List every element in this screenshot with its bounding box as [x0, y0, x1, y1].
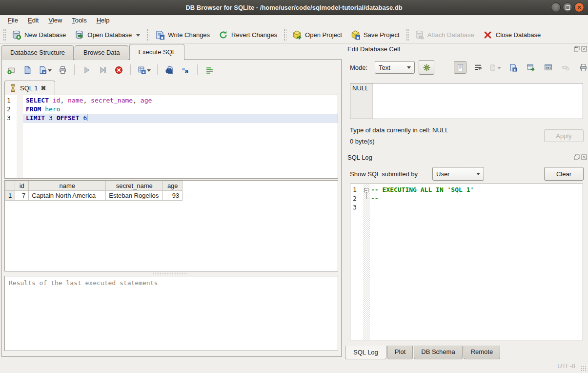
column-header-id[interactable]: id: [15, 181, 29, 191]
menu-tools[interactable]: Tools: [67, 15, 91, 25]
auto-apply-button[interactable]: [419, 60, 434, 75]
tab-browse-data[interactable]: Browse Data: [75, 45, 128, 60]
dock-tab-plot[interactable]: Plot: [387, 346, 413, 359]
save-sql-file-button[interactable]: [38, 64, 52, 75]
align-lines-icon: [205, 66, 214, 74]
close-database-button[interactable]: Close Database: [479, 28, 546, 42]
menu-view[interactable]: View: [43, 15, 67, 25]
word-wrap-button[interactable]: a a: [180, 64, 191, 75]
close-database-icon: [483, 30, 492, 40]
line-number: 1: [5, 97, 17, 105]
sql-document-tab[interactable]: SQL 1 ✖: [4, 81, 55, 95]
new-tab-icon: [7, 66, 16, 74]
find-replace-button[interactable]: [164, 64, 175, 75]
open-sql-file-button[interactable]: [22, 64, 33, 75]
fold-margin-cell: [17, 97, 23, 105]
editor-line[interactable]: 2FROM hero: [5, 105, 338, 114]
close-panel-icon[interactable]: [581, 46, 587, 52]
export-data-button[interactable]: [507, 61, 519, 74]
log-line[interactable]: 1−-- EXECUTING ALL IN 'SQL 1': [350, 186, 583, 195]
dock-tab-remote[interactable]: Remote: [464, 346, 501, 359]
row-header[interactable]: 1: [5, 191, 15, 201]
save-project-button[interactable]: Save Project: [346, 28, 404, 42]
minimize-button[interactable]: –: [551, 2, 561, 12]
toolbar-grip[interactable]: [2, 28, 6, 41]
titlebar: DB Browser for SQLite - /home/user/code/…: [0, 0, 588, 15]
close-panel-icon[interactable]: [581, 154, 587, 160]
word-wrap-icon: [474, 63, 482, 72]
new-database-label: New Database: [24, 31, 66, 39]
cell-content-editor[interactable]: NULL: [350, 83, 583, 119]
cell-age[interactable]: 93: [163, 191, 182, 201]
sql-log-panel-controls: [574, 154, 587, 160]
chevron-down-icon: [476, 173, 480, 177]
table-row[interactable]: 1 7 Captain North America Esteban Rogeli…: [5, 191, 182, 201]
fold-collapse-icon[interactable]: −: [364, 188, 368, 192]
new-database-button[interactable]: New Database: [7, 28, 70, 42]
close-tab-icon[interactable]: ✖: [41, 84, 46, 92]
sql-log-viewer[interactable]: 1−-- EXECUTING ALL IN 'SQL 1'2--3: [350, 184, 583, 340]
write-changes-button[interactable]: Write Changes: [151, 28, 214, 42]
log-line[interactable]: 3: [350, 204, 583, 212]
open-database-dropdown-icon[interactable]: [136, 34, 140, 39]
open-project-button[interactable]: Open Project: [288, 28, 346, 42]
toolbar-grip[interactable]: [406, 28, 409, 41]
cell-secret-name[interactable]: Esteban Rogelios: [106, 191, 163, 201]
open-database-button[interactable]: Open Database: [70, 28, 144, 42]
results-grid[interactable]: id name secret_name age 1 7 Captain Nort…: [4, 180, 338, 271]
column-header-name[interactable]: name: [29, 181, 106, 191]
save-file-dropdown-icon[interactable]: [48, 69, 52, 74]
format-sql-button[interactable]: [204, 64, 215, 75]
open-sql-tab-button[interactable]: [6, 64, 17, 75]
toolbar-grip[interactable]: [283, 28, 286, 41]
tab-execute-sql[interactable]: Execute SQL: [129, 44, 184, 60]
float-panel-icon[interactable]: [574, 46, 580, 52]
mode-label: Mode:: [350, 64, 367, 71]
execution-message-area[interactable]: Results of the last executed statements: [4, 276, 338, 351]
revert-changes-label: Revert Changes: [231, 31, 277, 39]
link-icon: [544, 63, 552, 72]
print-sql-button[interactable]: [57, 64, 68, 75]
submitted-by-select[interactable]: User: [432, 167, 484, 181]
dock-tab-db-schema[interactable]: DB Schema: [414, 346, 462, 359]
dock-tab-sql-log[interactable]: SQL Log: [345, 346, 386, 359]
export-dropdown-icon[interactable]: [147, 69, 151, 74]
attach-database-label: Attach Database: [427, 31, 474, 39]
mode-select[interactable]: Text: [375, 61, 415, 74]
menu-file[interactable]: File: [3, 15, 23, 25]
editor-line[interactable]: 1SELECT id, name, secret_name, age: [5, 97, 338, 105]
corner-header[interactable]: [5, 181, 15, 191]
float-panel-icon[interactable]: [574, 154, 580, 160]
link-button[interactable]: [542, 61, 554, 74]
clear-log-button[interactable]: Clear: [544, 167, 584, 181]
print-cell-button[interactable]: [577, 61, 588, 74]
tab-database-structure[interactable]: Database Structure: [1, 45, 74, 60]
menu-edit[interactable]: Edit: [23, 15, 43, 25]
column-header-secret-name[interactable]: secret_name: [106, 181, 163, 191]
log-line[interactable]: 2--: [350, 195, 583, 204]
export-results-button[interactable]: [137, 64, 151, 75]
sql-log-panel-title: SQL Log: [347, 154, 372, 161]
toolbar-grip[interactable]: [146, 28, 149, 41]
revert-changes-button[interactable]: Revert Changes: [214, 28, 282, 42]
maximize-button[interactable]: [563, 2, 572, 12]
printer-icon: [579, 63, 588, 72]
column-header-age[interactable]: age: [163, 181, 182, 191]
resize-grip[interactable]: [581, 366, 587, 372]
open-in-external-button[interactable]: [524, 61, 537, 74]
cell-name[interactable]: Captain North America: [29, 191, 106, 201]
close-button[interactable]: ✕: [574, 2, 584, 12]
set-null-button: [559, 61, 572, 74]
editor-line[interactable]: 3LIMIT 3 OFFSET 6: [5, 114, 338, 123]
main-toolbar: New Database Open Database Write Changes…: [0, 26, 588, 44]
sql-editor[interactable]: 1SELECT id, name, secret_name, age2FROM …: [4, 95, 338, 179]
word-wrap-button[interactable]: [471, 61, 484, 74]
encoding-indicator[interactable]: UTF-8: [557, 362, 575, 370]
stop-button[interactable]: [113, 64, 124, 75]
cell-id[interactable]: 7: [15, 191, 29, 201]
log-text: -- EXECUTING ALL IN 'SQL 1': [370, 186, 583, 195]
menu-help[interactable]: Help: [92, 15, 115, 25]
splitter-handle[interactable]: [153, 272, 187, 275]
sql-toolbar: a a: [6, 63, 215, 77]
text-mode-button[interactable]: [454, 61, 466, 74]
